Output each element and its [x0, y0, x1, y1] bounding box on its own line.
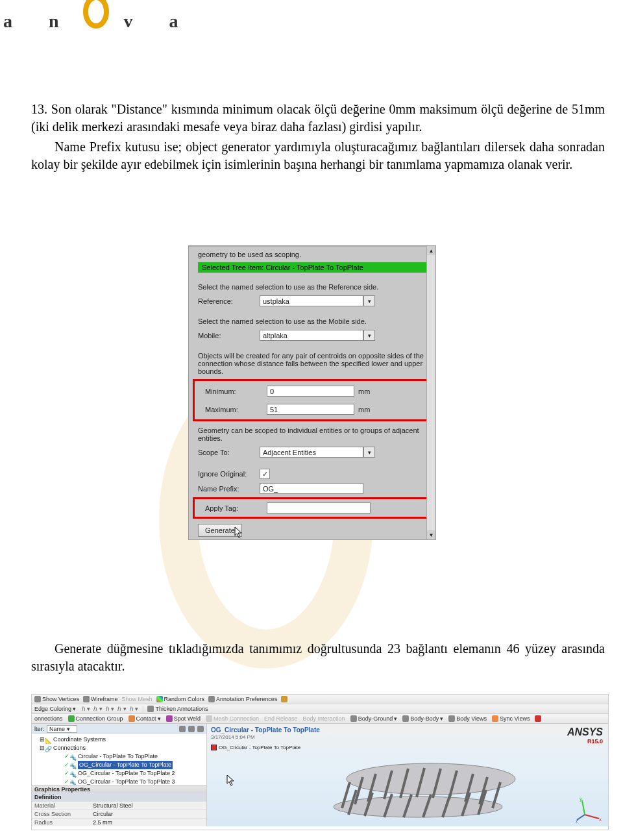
thicken-icon [147, 706, 154, 712]
body-interaction-button[interactable]: Body Interaction [303, 715, 345, 722]
distance-highlight: Minimum: 0 mm Maximum: 51 mm [193, 379, 432, 421]
paragraph-1: 13. Son olarak "Distance" kısmında minim… [31, 101, 605, 136]
body-ground-button[interactable]: Body-Ground ▾ [350, 715, 398, 722]
show-vertices-button[interactable]: Show Vertices [34, 696, 79, 702]
mobile-combo[interactable]: altplaka [260, 330, 363, 341]
toolbar-icon[interactable] [535, 715, 541, 722]
material-val[interactable]: Structural Steel [90, 802, 136, 809]
3d-model [311, 756, 525, 821]
paragraph-3: Generate düğmesine tıkladığımızda tanımı… [31, 640, 605, 675]
ansys-brand: ANSYS [567, 726, 603, 738]
scrollbar[interactable]: ▲▼ [426, 246, 435, 539]
logo-o-icon [83, 6, 109, 40]
svg-point-0 [86, 0, 106, 26]
thicken-button[interactable]: Thicken Annotations [147, 706, 208, 712]
mesh-connection-button[interactable]: Mesh Connection [206, 715, 259, 722]
connections-menu[interactable]: onnections [34, 715, 63, 722]
annotation-prefs-button[interactable]: Annotation Preferences [208, 696, 277, 702]
scoping-text: geometry to be used as scoping. [189, 246, 435, 261]
sync-icon [492, 715, 498, 722]
cross-val[interactable]: Circular [90, 810, 116, 818]
group-icon [68, 715, 75, 722]
ansys-logo: ANSYS R15.0 [567, 726, 603, 745]
body-body-button[interactable]: Body-Body ▾ [402, 715, 443, 722]
radius-key: Radius [32, 819, 90, 826]
3d-viewport[interactable]: OG_Circular - TopPlate To TopPlate 3/17/… [207, 724, 608, 826]
ignore-original-checkbox[interactable]: ✓ [260, 469, 270, 479]
axis-triad[interactable]: x y z [576, 795, 603, 822]
cross-key: Cross Section [32, 810, 90, 818]
views-icon [448, 715, 455, 722]
show-mesh-button[interactable]: Show Mesh [122, 696, 153, 702]
filter-icon[interactable] [179, 726, 186, 732]
contact-icon [128, 715, 135, 722]
outline-tree: lter: Name ▾ ⊞ 📐Coordinate Systems ⊟ 🔗Co… [32, 724, 207, 826]
sync-views-button[interactable]: Sync Views [492, 715, 530, 722]
anova-logo: a n v a [3, 6, 188, 40]
props-header: Graphics Properties [32, 785, 207, 793]
body-icon [402, 715, 409, 722]
ansys-version: R15.0 [567, 738, 603, 745]
svg-line-25 [582, 800, 585, 815]
main-text: 13. Son olarak "Distance" kısmında minim… [31, 101, 605, 173]
unit-mm: mm [358, 406, 370, 414]
svg-text:y: y [580, 796, 582, 802]
name-prefix-input[interactable]: OG_ [260, 483, 363, 494]
annotation-icon [208, 696, 215, 702]
toolbar-icon[interactable] [281, 696, 287, 702]
ansys-screenshot: Show Vertices Wireframe Show Mesh Random… [31, 694, 609, 830]
scope-combo[interactable]: Adjacent Entities [260, 447, 363, 458]
reference-combo[interactable]: ustplaka [260, 295, 363, 306]
end-release-button[interactable]: End Release [264, 715, 298, 722]
connections-icon: 🔗 [45, 745, 51, 752]
props-definition: Definition [32, 793, 207, 801]
legend-swatch [211, 745, 217, 750]
mesh-icon [206, 715, 212, 722]
radius-val[interactable]: 2.5 mm [90, 819, 115, 826]
vertex-icon [34, 696, 41, 702]
reference-label: Reference: [198, 297, 260, 305]
maximum-label: Maximum: [205, 406, 267, 414]
name-prefix-label: Name Prefix: [198, 485, 260, 493]
contact-button[interactable]: Contact ▾ [128, 715, 161, 722]
properties-panel: Graphics Properties Definition MaterialS… [32, 785, 207, 826]
svg-text:x: x [599, 817, 602, 822]
chevron-down-icon[interactable]: ▾ [363, 330, 375, 341]
collapse-icon[interactable] [197, 726, 204, 732]
edge-coloring-button[interactable]: Edge Coloring ▾ [34, 706, 76, 712]
joint-icon: 🔩 [69, 762, 76, 769]
random-colors-icon [156, 696, 163, 702]
connection-group-button[interactable]: Connection Group [68, 715, 123, 722]
apply-tag-input[interactable] [267, 502, 371, 513]
minimum-input[interactable]: 0 [267, 386, 354, 397]
ground-icon [350, 715, 357, 722]
expand-icon[interactable] [188, 726, 195, 732]
logo-text: a n v a [3, 11, 188, 31]
spotweld-icon [166, 715, 173, 722]
tree-item[interactable]: ✓🔩Circular - TopPlate To TopPlate [33, 752, 206, 761]
filter-select[interactable]: Name ▾ [47, 725, 77, 733]
coord-icon: 📐 [45, 737, 51, 743]
wireframe-button[interactable]: Wireframe [83, 696, 118, 702]
body-views-button[interactable]: Body Views [448, 715, 487, 722]
maximum-input[interactable]: 51 [267, 404, 354, 415]
edge-options[interactable]: ℎ ▾ ℎ ▾ ℎ ▾ ℎ ▾ ℎ ▾ [80, 706, 138, 712]
apply-tag-label: Apply Tag: [205, 504, 267, 512]
ansys-toolbar-2: Edge Coloring ▾ ℎ ▾ ℎ ▾ ℎ ▾ ℎ ▾ ℎ ▾ | Th… [32, 704, 608, 714]
spot-weld-button[interactable]: Spot Weld [166, 715, 201, 722]
minimum-label: Minimum: [205, 388, 267, 395]
random-colors-button[interactable]: Random Colors [156, 696, 205, 702]
svg-text:z: z [576, 818, 578, 822]
chevron-down-icon[interactable]: ▾ [363, 295, 375, 306]
paragraph-2: Name Prefix kutusu ise; object generator… [31, 138, 605, 173]
svg-line-23 [585, 815, 599, 819]
tree-item[interactable]: ✓🔩OG_Circular - TopPlate To TopPlate 2 [33, 769, 206, 778]
ignore-original-label: Ignore Original: [198, 470, 260, 478]
wireframe-icon [83, 696, 90, 702]
scope-label: Scope To: [198, 449, 260, 456]
joint-icon: 🔩 [69, 779, 76, 785]
tree-item[interactable]: ✓🔩OG_Circular - TopPlate To TopPlate [33, 761, 206, 769]
cursor-icon [226, 774, 236, 786]
apply-tag-highlight: Apply Tag: [193, 497, 432, 519]
chevron-down-icon[interactable]: ▾ [363, 447, 375, 458]
